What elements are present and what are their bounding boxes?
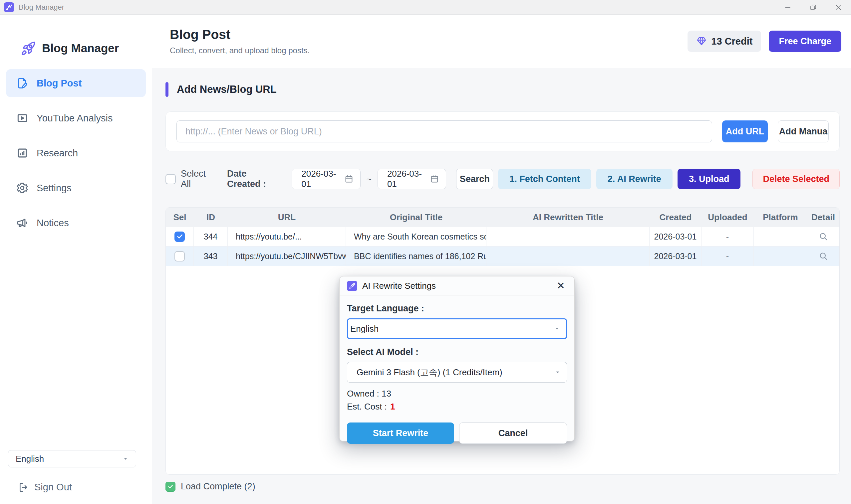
dialog-body: Target Language : English Select AI Mode… xyxy=(340,295,574,444)
page-subtitle: Collect, convert, and upload blog posts. xyxy=(170,46,310,55)
row-detail-cell xyxy=(807,227,839,247)
sidebar-item-research[interactable]: Research xyxy=(6,139,146,167)
rocket-logo-icon xyxy=(21,40,37,56)
row-uploaded: - xyxy=(701,227,754,247)
row-select-cell xyxy=(166,227,194,247)
sign-out-label: Sign Out xyxy=(34,482,72,493)
date-created-label: Date Created : xyxy=(227,169,282,189)
calendar-icon xyxy=(344,174,353,184)
estimated-cost-text: Est. Cost :1 xyxy=(347,401,567,412)
gear-icon xyxy=(16,182,29,194)
section-accent-bar xyxy=(166,82,169,97)
status-bar: Load Complete (2) xyxy=(166,481,840,492)
date-from-input[interactable]: 2026-03-01 xyxy=(292,169,360,189)
ai-model-value: Gemini 3 Flash (고속) (1 Credits/Item) xyxy=(357,366,502,378)
sign-out-button[interactable]: Sign Out xyxy=(18,482,72,493)
url-entry-card: http://... (Enter News or Blog URL) Add … xyxy=(166,111,840,151)
row-ai-title xyxy=(486,227,649,247)
dialog-titlebar: AI Rewrite Settings ✕ xyxy=(340,276,574,295)
sidebar-item-notices[interactable]: Notices xyxy=(6,209,146,237)
row-original-title: BBC identifies names of 186,102 Russian.… xyxy=(346,247,486,266)
chevron-down-icon xyxy=(554,326,560,332)
column-header-url: URL xyxy=(228,208,346,227)
date-to-input[interactable]: 2026-03-01 xyxy=(378,169,446,189)
row-created: 2026-03-01 xyxy=(649,227,701,247)
row-checkbox[interactable] xyxy=(174,232,185,242)
chevron-down-icon xyxy=(555,369,561,375)
chevron-down-icon xyxy=(123,456,128,462)
est-cost-label: Est. Cost : xyxy=(347,401,387,412)
minimize-button[interactable] xyxy=(775,0,800,15)
row-checkbox[interactable] xyxy=(174,251,185,262)
row-platform xyxy=(754,227,807,247)
success-check-icon xyxy=(166,482,175,492)
dialog-rocket-icon xyxy=(347,281,357,291)
load-complete-text: Load Complete (2) xyxy=(181,481,255,492)
add-manual-button[interactable]: Add Manua xyxy=(778,121,829,142)
dialog-title: AI Rewrite Settings xyxy=(362,281,436,291)
sidebar-item-label: Research xyxy=(37,148,78,159)
credit-badge[interactable]: 13 Credit xyxy=(688,31,761,52)
owned-credits-text: Owned : 13 xyxy=(347,389,567,399)
sidebar-logo: Blog Manager xyxy=(0,15,152,65)
est-cost-value: 1 xyxy=(390,401,395,412)
url-input[interactable]: http://... (Enter News or Blog URL) xyxy=(176,121,712,142)
row-uploaded: - xyxy=(701,247,754,266)
column-header-uploaded: Uploaded xyxy=(701,208,754,227)
table-row: 343 https://youtu.be/CJIINW5Tbvw BBC ide… xyxy=(166,247,839,266)
cancel-button[interactable]: Cancel xyxy=(459,422,567,444)
upload-button[interactable]: 3. Upload xyxy=(678,169,741,189)
magnifier-icon[interactable] xyxy=(819,252,828,261)
search-button[interactable]: Search xyxy=(456,169,493,189)
window-title: Blog Manager xyxy=(19,3,64,12)
sidebar: Blog Manager Blog Post xyxy=(0,15,152,504)
sidebar-nav: Blog Post YouTube Analysis xyxy=(0,65,152,237)
play-square-icon xyxy=(16,112,29,124)
page-header: Blog Post Collect, convert, and upload b… xyxy=(152,15,851,68)
document-pen-icon xyxy=(16,77,29,89)
sidebar-item-blog-post[interactable]: Blog Post xyxy=(6,69,146,97)
target-language-select[interactable]: English xyxy=(347,318,567,339)
row-id: 343 xyxy=(194,247,228,266)
row-platform xyxy=(754,247,807,266)
logout-icon xyxy=(18,482,29,493)
ai-rewrite-button[interactable]: 2. AI Rewrite xyxy=(596,169,673,189)
bar-chart-square-icon xyxy=(16,147,29,159)
restore-button[interactable] xyxy=(800,0,826,15)
sidebar-item-label: YouTube Analysis xyxy=(37,113,112,124)
column-header-ai-title: AI Rewritten Title xyxy=(486,208,649,227)
select-all-label: Select All xyxy=(181,169,214,189)
sidebar-item-label: Blog Post xyxy=(37,78,82,89)
ai-rewrite-settings-dialog: AI Rewrite Settings ✕ Target Language : … xyxy=(339,276,575,442)
app-window: Blog Manager Blog Man xyxy=(0,0,851,504)
sidebar-item-label: Settings xyxy=(37,183,72,194)
language-select-value: English xyxy=(16,454,44,464)
dialog-close-icon[interactable]: ✕ xyxy=(555,281,567,291)
select-all-checkbox[interactable] xyxy=(166,174,176,184)
section-header: Add News/Blog URL xyxy=(166,82,840,97)
window-titlebar: Blog Manager xyxy=(0,0,851,15)
add-url-button[interactable]: Add URL xyxy=(722,121,768,142)
credit-count-label: 13 Credit xyxy=(711,36,752,47)
date-to-value: 2026-03-01 xyxy=(387,169,430,189)
target-language-value: English xyxy=(350,324,379,334)
row-select-cell xyxy=(166,247,194,266)
sidebar-item-youtube-analysis[interactable]: YouTube Analysis xyxy=(6,104,146,132)
free-charge-button[interactable]: Free Charge xyxy=(769,31,841,52)
row-created: 2026-03-01 xyxy=(649,247,701,266)
row-url: https://youtu.be/... xyxy=(228,227,346,247)
magnifier-icon[interactable] xyxy=(819,232,828,241)
column-header-id: ID xyxy=(194,208,228,227)
sidebar-item-settings[interactable]: Settings xyxy=(6,174,146,202)
row-url: https://youtu.be/CJIINW5Tbvw xyxy=(228,247,346,266)
column-header-created: Created xyxy=(649,208,701,227)
date-range-separator: ~ xyxy=(367,174,371,184)
language-select[interactable]: English xyxy=(8,450,136,467)
start-rewrite-button[interactable]: Start Rewrite xyxy=(347,422,454,444)
ai-model-label: Select AI Model : xyxy=(347,347,567,357)
delete-selected-button[interactable]: Delete Selected xyxy=(752,169,840,189)
ai-model-select[interactable]: Gemini 3 Flash (고속) (1 Credits/Item) xyxy=(347,362,567,382)
close-button[interactable] xyxy=(826,0,851,15)
fetch-content-button[interactable]: 1. Fetch Content xyxy=(498,169,591,189)
row-original-title: Why are South Korean cosmetics so ... xyxy=(346,227,486,247)
